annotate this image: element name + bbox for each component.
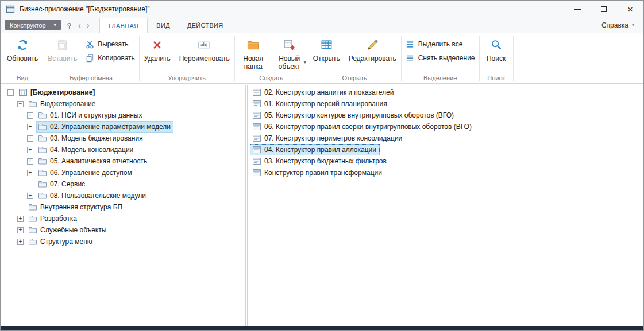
refresh-button[interactable]: Обновить [3, 34, 41, 64]
list-item[interactable]: 06. Конструктор правил сверки внутригруп… [248, 121, 639, 133]
edit-icon [366, 37, 379, 53]
collapse-icon[interactable]: − [17, 101, 24, 107]
list-item[interactable]: 05. Конструктор контуров внутригрупповых… [248, 110, 639, 121]
deselect-button[interactable]: Снять выделение [403, 52, 478, 64]
select-all-label: Выделить все [418, 40, 463, 48]
folder-icon [28, 214, 37, 223]
tree-item[interactable]: +08. Пользовательские модули [5, 190, 245, 201]
back-button[interactable]: ‹ [75, 21, 84, 33]
tree-item[interactable]: 07. Сервис [5, 178, 245, 190]
main-content: −[Бюджетирование]−Бюджетирование+01. НСИ… [1, 84, 643, 326]
tree-item-body: 02. Управление параметрами модели [36, 121, 173, 133]
new-object-button[interactable]: Новый объект ▾ [272, 34, 307, 72]
tree-item[interactable]: +04. Модель консолидации [5, 144, 245, 155]
ribbon-group-search: Поиск Поиск [480, 33, 513, 83]
tree-item[interactable]: +06. Управление доступом [5, 167, 245, 178]
select-all-button[interactable]: Выделить все [403, 38, 466, 50]
form-icon [252, 168, 261, 177]
tree-item[interactable]: +Служебные объекты [5, 224, 245, 236]
app-menu-button[interactable]: Конструктор ▾ [5, 20, 61, 30]
tree-item[interactable]: +02. Управление параметрами модели [5, 121, 245, 133]
list-item[interactable]: 02. Конструктор аналитик и показателей [248, 87, 639, 98]
folder-icon [38, 191, 47, 200]
list-item-body: 05. Конструктор контуров внутригрупповых… [250, 110, 457, 121]
pin-button[interactable] [65, 22, 73, 33]
tab-bar: Конструктор ▾ ‹ › ГЛАВНАЯ ВИД ДЕЙСТВИЯ С… [1, 18, 643, 33]
ribbon: Обновить Вид Вставить [1, 33, 643, 84]
new-folder-label: Новая папка [240, 54, 267, 71]
tree-item[interactable]: +01. НСИ и структуры данных [5, 110, 245, 121]
list-item[interactable]: 07. Конструктор периметров консолидации [248, 133, 639, 144]
new-folder-icon [246, 37, 260, 53]
tab-home[interactable]: ГЛАВНАЯ [99, 18, 148, 33]
list-item[interactable]: Конструктор правил трансформации [248, 167, 639, 178]
maximize-button[interactable] [591, 1, 617, 18]
expander-spacer [27, 181, 33, 188]
tab-actions[interactable]: ДЕЙСТВИЯ [179, 18, 232, 33]
tree-item[interactable]: −Бюджетирование [5, 98, 245, 110]
list-item[interactable]: 01. Конструктор версий планирования [248, 98, 639, 110]
tree-item-body: Структура меню [26, 236, 95, 247]
tree-item-label: Разработка [40, 215, 77, 223]
expand-icon[interactable]: + [27, 147, 33, 153]
maximize-icon [601, 6, 607, 12]
tree-item[interactable]: +Разработка [5, 213, 245, 224]
list-item[interactable]: 03. Конструктор бюджетных фильтров [248, 155, 639, 167]
tree-item-label: 02. Управление параметрами модели [50, 123, 171, 131]
folder-icon [38, 122, 47, 131]
tree-item[interactable]: +03. Модель бюджетирования [5, 133, 245, 144]
tree-item-label: 04. Модель консолидации [50, 146, 133, 154]
cut-button[interactable]: Вырезать [82, 38, 131, 50]
delete-label: Удалить [144, 54, 171, 63]
ribbon-group-selection: Выделить все Снять выделение Выделение [402, 33, 479, 83]
new-folder-button[interactable]: Новая папка [236, 34, 271, 72]
tree-item-label: Бюджетирование [40, 100, 95, 108]
tree-item[interactable]: +05. Аналитическая отчетность [5, 155, 245, 167]
expand-icon[interactable]: + [27, 170, 33, 176]
tree-item-body: Служебные объекты [26, 224, 109, 236]
tree-item-label: 08. Пользовательские модули [50, 192, 146, 200]
minimize-button[interactable] [564, 1, 591, 18]
expand-icon[interactable]: + [27, 124, 33, 130]
search-icon [490, 37, 503, 53]
list-item[interactable]: 04. Конструктор правил аллокации [248, 144, 639, 155]
rename-button[interactable]: ab Переименовать [176, 34, 233, 64]
group-label-clipboard: Буфер обмена [44, 75, 138, 83]
tree-item[interactable]: +Структура меню [5, 236, 245, 247]
open-icon [320, 37, 333, 53]
folder-icon [38, 168, 47, 177]
delete-button[interactable]: Удалить [141, 34, 174, 64]
list-item-body: 04. Конструктор правил аллокации [250, 144, 380, 155]
paste-button[interactable]: Вставить [44, 34, 80, 64]
tree-item[interactable]: −[Бюджетирование] [5, 87, 245, 98]
list-item-label: 04. Конструктор правил аллокации [264, 146, 376, 154]
refresh-icon [16, 37, 29, 53]
tree-item[interactable]: Внутренняя структура БП [5, 201, 245, 213]
copy-button[interactable]: Копировать [82, 52, 138, 64]
expand-icon[interactable]: + [17, 216, 24, 222]
open-button[interactable]: Открыть [310, 34, 344, 64]
list-item-body: 07. Конструктор периметров консолидации [250, 133, 406, 144]
app-root-icon [18, 88, 28, 97]
expand-icon[interactable]: + [27, 158, 33, 165]
close-button[interactable]: × [617, 1, 643, 18]
open-label: Открыть [313, 54, 340, 63]
new-object-label: Новый объект [276, 54, 303, 71]
bottom-bar [1, 326, 643, 330]
search-button[interactable]: Поиск [481, 34, 512, 64]
forward-button[interactable]: › [84, 21, 92, 33]
expand-icon[interactable]: + [17, 239, 24, 245]
expand-icon[interactable]: + [27, 193, 33, 199]
list-item-body: 06. Конструктор правил сверки внутригруп… [250, 121, 475, 133]
edit-button[interactable]: Редактировать [345, 34, 400, 64]
expand-icon[interactable]: + [27, 112, 33, 119]
form-icon [252, 145, 261, 154]
list-panel: 02. Конструктор аналитик и показателей01… [247, 85, 639, 326]
expand-icon[interactable]: + [17, 227, 24, 233]
list-item-label: 07. Конструктор периметров консолидации [264, 134, 402, 142]
tree-item-label: Структура меню [40, 237, 92, 246]
tab-view[interactable]: ВИД [148, 18, 179, 33]
help-button[interactable]: Справка ▾ [601, 21, 639, 33]
expand-icon[interactable]: + [27, 135, 33, 142]
collapse-icon[interactable]: − [7, 89, 14, 96]
